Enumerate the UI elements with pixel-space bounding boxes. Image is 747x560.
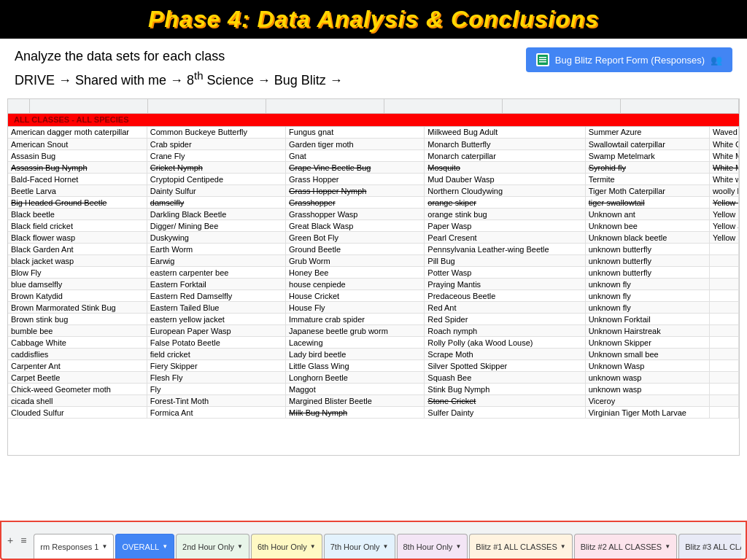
- tab-2nd-hour-only[interactable]: 2nd Hour Only▼: [176, 534, 249, 559]
- people-icon: 👥: [711, 55, 722, 66]
- table-cell: [709, 267, 738, 279]
- tab-dropdown-arrow: ▼: [665, 543, 670, 550]
- tab-6th-hour-only[interactable]: 6th Hour Only▼: [251, 534, 322, 559]
- table-cell: Northern Cloudywing: [425, 185, 585, 197]
- table-cell: Formica Ant: [147, 407, 285, 419]
- svg-rect-1: [539, 57, 546, 58]
- subtitle-text: Analyze the data sets for each class DRI…: [15, 46, 343, 91]
- table-cell: Syrohid fly: [585, 162, 709, 174]
- tab-dropdown-arrow: ▼: [310, 543, 316, 550]
- table-cell: Fungus gnat: [286, 127, 425, 139]
- table-row: Carpenter AntFiery SkipperLittle Glass W…: [8, 360, 739, 372]
- table-cell: Earth Worm: [147, 244, 285, 255]
- table-cell: Unknown Hairstreak: [585, 325, 709, 337]
- table-row: Chick-weed Geometer mothFlyMaggotStink B…: [8, 384, 739, 395]
- table-cell: Potter Wasp: [425, 267, 585, 279]
- table-cell: Termite: [585, 174, 709, 185]
- table-cell: Unknown Forktail: [585, 314, 709, 325]
- column-headers: [8, 99, 739, 114]
- table-cell: Digger/ Mining Bee: [147, 220, 285, 232]
- table-cell: Unknown black beetle: [585, 232, 709, 244]
- report-form-button[interactable]: Bug Blitz Report Form (Responses) 👥: [526, 47, 732, 72]
- tab-label: Blitz #3 ALL CLAS: [685, 542, 741, 551]
- table-cell: Cricket Nymph: [147, 162, 285, 174]
- col-header-4: [384, 99, 503, 113]
- tab-label: OVERALL: [122, 542, 159, 551]
- tab-dropdown-arrow: ▼: [162, 543, 168, 550]
- table-row: black jacket waspEarwigGrub WormPill Bug…: [8, 255, 739, 267]
- table-cell: Monarch Butterfly: [425, 139, 585, 150]
- tab-blitz-#3-all-clas[interactable]: Blitz #3 ALL CLAS▼: [678, 534, 741, 559]
- table-row: caddisfliesfield cricketLady bird beetle…: [8, 349, 739, 360]
- table-cell: Carpenter Ant: [8, 360, 147, 372]
- tab-8th-hour-only[interactable]: 8th Hour Only▼: [397, 534, 468, 559]
- table-cell: Honey Bee: [286, 267, 425, 279]
- table-cell: Grape Vine Beetle Bug: [286, 162, 425, 174]
- table-cell: [709, 384, 738, 395]
- table-cell: Fly: [147, 384, 285, 395]
- table-row: Assasin BugCrane FlyGnatMonarch caterpil…: [8, 150, 739, 162]
- add-sheet-button[interactable]: +: [6, 533, 15, 548]
- table-cell: Gnat: [286, 150, 425, 162]
- table-cell: Rolly Polly (aka Wood Louse): [425, 337, 585, 349]
- table-cell: Milk Bug Nymph: [286, 407, 425, 419]
- tab-rm-responses-1[interactable]: rm Responses 1▼: [34, 534, 114, 559]
- tabs-container: rm Responses 1▼OVERALL▼2nd Hour Only▼6th…: [34, 522, 741, 559]
- tab-7th-hour-only[interactable]: 7th Hour Only▼: [324, 534, 395, 559]
- table-cell: Maggot: [286, 384, 425, 395]
- tab-blitz-#2-all-classes[interactable]: Blitz #2 ALL CLASSES▼: [574, 534, 677, 559]
- sheets-icon: [536, 53, 549, 66]
- table-cell: Great Black Wasp: [286, 220, 425, 232]
- page-header: Phase 4: Data Analysis & Conclusions: [0, 0, 747, 39]
- tab-dropdown-arrow: ▼: [101, 543, 107, 550]
- table-cell: Red Spider: [425, 314, 585, 325]
- table-cell: Silver Spotted Skipper: [425, 360, 585, 372]
- table-cell: Garden tiger moth: [286, 139, 425, 150]
- table-cell: [709, 255, 738, 267]
- table-cell: unknown butterfly: [585, 244, 709, 255]
- table-cell: Swamp Metelmark: [585, 150, 709, 162]
- table-cell: unknown fly: [585, 302, 709, 314]
- table-cell: Black beetle: [8, 209, 147, 220]
- table-cell: Brown Katydid: [8, 290, 147, 302]
- table-cell: Crab spider: [147, 139, 285, 150]
- tab-dropdown-arrow: ▼: [560, 543, 566, 550]
- subtitle-section: Analyze the data sets for each class DRI…: [0, 39, 747, 96]
- table-row: Black Garden AntEarth WormGround BeetleP…: [8, 244, 739, 255]
- page-title: Phase 4: Data Analysis & Conclusions: [12, 6, 735, 33]
- table-row: cicada shellForest-Tint MothMargined Bli…: [8, 395, 739, 407]
- table-cell: Grass Hopper Nymph: [286, 185, 425, 197]
- table-cell: Margined Blister Beetle: [286, 395, 425, 407]
- tab-controls: + ≡: [6, 533, 28, 548]
- table-cell: [709, 244, 738, 255]
- table-row: Black field cricketDigger/ Mining BeeGre…: [8, 220, 739, 232]
- tab-bar: + ≡ rm Responses 1▼OVERALL▼2nd Hour Only…: [0, 521, 747, 560]
- table-cell: Unknown small bee: [585, 349, 709, 360]
- table-row: Brown stink bugeastern yellow jacketImma…: [8, 314, 739, 325]
- table-cell: [709, 337, 738, 349]
- table-cell: Forest-Tint Moth: [147, 395, 285, 407]
- table-cell: Eastern Tailed Blue: [147, 302, 285, 314]
- table-row: Cabbage WhiteFalse Potato BeetleLacewing…: [8, 337, 739, 349]
- table-cell: blue damselfly: [8, 279, 147, 290]
- tab-overall[interactable]: OVERALL▼: [115, 534, 174, 559]
- table-cell: False Potato Beetle: [147, 337, 285, 349]
- table-cell: orange stink bug: [425, 209, 585, 220]
- table-cell: Praying Mantis: [425, 279, 585, 290]
- table-cell: Cabbage White: [8, 337, 147, 349]
- table-cell: [709, 290, 738, 302]
- col-header-1: [30, 99, 148, 113]
- sheet-menu-button[interactable]: ≡: [19, 533, 28, 548]
- table-cell: caddisflies: [8, 349, 147, 360]
- table-cell: American dagger moth caterpillar: [8, 127, 147, 139]
- tab-blitz-#1-all-classes[interactable]: Blitz #1 ALL CLASSES▼: [469, 534, 572, 559]
- table-row: Clouded SulfurFormica AntMilk Bug NymphS…: [8, 407, 739, 419]
- table-cell: Yellow Fl...: [709, 209, 738, 220]
- table-cell: [709, 325, 738, 337]
- table-cell: Pill Bug: [425, 255, 585, 267]
- table-row: Bald-Faced HornetCryptopid CentipedeGras…: [8, 174, 739, 185]
- table-cell: European Paper Wasp: [147, 325, 285, 337]
- table-cell: unknown fly: [585, 290, 709, 302]
- table-cell: Grasshopper: [286, 197, 425, 209]
- table-cell: Grasshopper Wasp: [286, 209, 425, 220]
